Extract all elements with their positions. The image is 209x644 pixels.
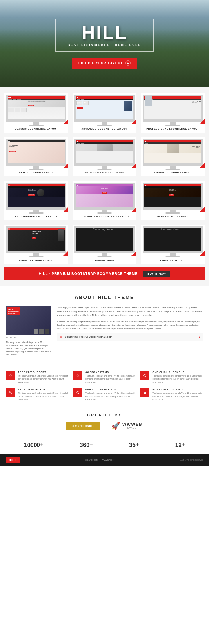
feature-support-title: FREE 24/7 SUPPORT: [18, 371, 69, 373]
feature-awesome-text: The tough, compact and simple Verte 15 i…: [85, 375, 136, 384]
layout-item-auto[interactable]: AUTO SPARES SHOP LAYOUT: [73, 137, 136, 176]
stat-number-3: 12+: [175, 442, 185, 448]
feature-clients-content: 99.9% HAPPY CLIENTS The tough, compact a…: [152, 388, 203, 401]
contact-row[interactable]: ✉ Contact Us Freely: Support@mail.com ›: [57, 333, 203, 341]
feature-delivery-content: INDEPEDEND DELIVERY The tough, compact a…: [85, 388, 136, 401]
feature-awesome-content: AWESOME ITEMS The tough, compact and sim…: [85, 371, 136, 384]
layout-item-parallax[interactable]: GET YOUR BEST ITEM EVER SHOP PARALLAX SH…: [4, 225, 68, 264]
layout-label-classic: CLASSIC ECOMMERCE LAYOUT: [15, 128, 58, 130]
layout-label-auto: AUTO SPARES SHOP LAYOUT: [84, 171, 125, 174]
layout-label-clothes: CLOTHES SHOP LAYOUT: [19, 171, 53, 174]
screen-perfume: TRY TO GET YOUR BEST ITEM SHOP: [76, 184, 133, 207]
feature-register-text: The tough, compact and simple Verte 15 i…: [18, 392, 69, 401]
screen-advanced: DISCOUNT SKI PACKAGES BUY NOW: [76, 96, 133, 119]
layout-label-soon1: COMMING SOON...: [92, 259, 117, 262]
stat-number-1: 360+: [80, 442, 93, 448]
stat-value-2: 35+: [129, 442, 139, 448]
stat-value-0: 10000+: [24, 442, 43, 448]
feature-delivery-text: The tough, compact and simple Verte 15 i…: [85, 392, 136, 401]
layouts-section: TRY TO GET YOUR BEST ITEM SHOP NOW CLASS…: [0, 87, 209, 286]
arrow-icon: ▶: [125, 60, 131, 66]
rocket-icon: 🚀: [111, 422, 120, 430]
feature-checkout-text: The tough, compact and simple Verte 15 i…: [152, 375, 203, 384]
delivery-icon: ⊕: [76, 390, 80, 395]
layout-item-classic[interactable]: TRY TO GET YOUR BEST ITEM SHOP NOW CLASS…: [4, 93, 68, 133]
layout-item-soon1: Comming Soon.... COMMING SOON...: [73, 225, 136, 264]
feature-register-content: EASY TO REGISTER The tough, compact and …: [18, 388, 69, 401]
screen-soon1: Comming Soon....: [76, 228, 133, 251]
hero-subtitle: BEST ECOMMERCE THEME EVER: [68, 43, 142, 47]
layout-item-professional[interactable]: DISCOUNT SKI PACKAGES PROFESSIONAL ECOMM…: [141, 93, 205, 133]
footer-logo: HILL: [6, 457, 20, 463]
features-grid: ♡ FREE 24/7 SUPPORT The tough, compact a…: [6, 371, 203, 401]
feature-checkout-title: ONE CLICK CHECKOUT: [152, 371, 203, 373]
layout-item-clothes[interactable]: GET YOUR BEST ITEM EVER SHOP NOW CLOTHES…: [4, 137, 68, 176]
about-right-column: The tough, compact and simple Verte 15 i…: [57, 306, 203, 356]
feature-item-register: ✎ EASY TO REGISTER The tough, compact an…: [6, 388, 69, 401]
layout-label-furniture: FURNITURE SHOP LAYOUT: [154, 171, 191, 174]
screen-restaurant: TRY TO GET YOUR BEST ITEM ORDER: [144, 184, 201, 207]
layout-label-professional: PROFESSIONAL ECOMMERCE LAYOUT: [146, 128, 199, 130]
layout-item-advanced[interactable]: DISCOUNT SKI PACKAGES BUY NOW: [73, 93, 136, 133]
about-title: ABOUT HILL THEME: [6, 295, 203, 300]
footer-links: smartdbsoft wwwinvader: [85, 459, 114, 461]
about-left-text: The tough, compact and simple Verte 15 i…: [6, 341, 52, 356]
about-preview-badges: [34, 329, 49, 334]
about-right-body-text: Phasellus nec sem in justo pellentesque …: [57, 320, 203, 330]
footer: HILL smartdbsoft wwwinvader 2015 © All r…: [0, 454, 209, 466]
screen-electronics: TRY TO GET YOUR BEST ITEM SHOP NOW: [8, 184, 65, 207]
choose-layout-button[interactable]: CHOOSE YOUR LAYOUT ▶: [72, 58, 137, 69]
layout-label-perfume: PERFUME AND COSMETICS LAYOUT: [80, 215, 129, 218]
feature-item-clients: ☻ 99.9% HAPPY CLIENTS The tough, compact…: [140, 388, 203, 401]
created-title: CREATED BY: [6, 413, 203, 417]
created-section: CREATED BY smartdbsoft 🚀 WWWEB INVADER: [0, 407, 209, 436]
feature-support-content: FREE 24/7 SUPPORT The tough, compact and…: [18, 371, 69, 384]
screen-classic: TRY TO GET YOUR BEST ITEM SHOP NOW: [8, 96, 65, 119]
layout-item-furniture[interactable]: AUTO OFFICECOUCH FURNITURE SHOP LAYOUT: [141, 137, 205, 176]
cart-icon: ⊙: [143, 373, 147, 378]
delivery-icon-box: ⊕: [73, 388, 82, 397]
feature-checkout-content: ONE CLICK CHECKOUT The tough, compact an…: [152, 371, 203, 384]
feature-clients-title: 99.9% HAPPY CLIENTS: [152, 388, 203, 391]
about-stats: ♥ 0 ★ 0 ✉ 5: [6, 337, 52, 339]
contact-arrow-icon: ›: [199, 334, 200, 339]
register-icon-box: ✎: [6, 388, 15, 397]
about-content: HILL Premium Boots Photoshop ♥ 0 ★ 0 ✉ 5…: [6, 306, 203, 356]
stat-item-2: 35+: [129, 442, 139, 448]
contact-text: Contact Us Freely: Support@mail.com: [65, 335, 112, 338]
checkout-icon-box: ⊙: [140, 371, 149, 380]
layout-label-parallax: PARALLAX SHOP LAYOUT: [19, 259, 54, 262]
about-preview-hill-label: HILL Premium Boots Photoshop: [7, 307, 20, 315]
footer-copyright: 2015 © All rights reserved: [180, 459, 203, 461]
stat-item-0: 10000+: [24, 442, 43, 448]
footer-link-2[interactable]: wwwinvader: [102, 459, 115, 461]
screen-professional: DISCOUNT SKI PACKAGES: [144, 96, 201, 119]
created-logos: smartdbsoft 🚀 WWWEB INVADER: [6, 422, 203, 430]
feature-support-text: The tough, compact and simple Verte 15 i…: [18, 375, 69, 384]
about-preview-image: HILL Premium Boots Photoshop: [6, 306, 51, 335]
promo-text: HILL - PREMIUM BOOTSTRAP ECOMMERCE THEME: [39, 272, 138, 276]
stat-item-1: 360+: [80, 442, 93, 448]
buy-now-button[interactable]: BUY IT NOW: [143, 271, 170, 277]
features-section: ♡ FREE 24/7 SUPPORT The tough, compact a…: [0, 365, 209, 407]
stat-comments: ✉ 5: [14, 337, 17, 339]
layout-item-electronics[interactable]: TRY TO GET YOUR BEST ITEM SHOP NOW ELECT…: [4, 181, 68, 220]
about-right-top-text: The tough, compact and simple Verte 15 i…: [57, 306, 203, 317]
choose-layout-label: CHOOSE YOUR LAYOUT: [78, 62, 123, 65]
stat-stars: ★ 0: [10, 337, 12, 339]
smartdbsoft-text: smartdbsoft: [72, 424, 94, 427]
screen-auto: [76, 140, 133, 163]
layout-item-perfume[interactable]: TRY TO GET YOUR BEST ITEM SHOP PERFUME A…: [73, 181, 136, 220]
feature-item-awesome: ☆ AWESOME ITEMS The tough, compact and s…: [73, 371, 136, 384]
layout-item-restaurant[interactable]: TRY TO GET YOUR BEST ITEM ORDER RESTAURA…: [141, 181, 205, 220]
feature-item-delivery: ⊕ INDEPEDEND DELIVERY The tough, compact…: [73, 388, 136, 401]
awesome-icon-box: ☆: [73, 371, 82, 380]
clients-icon: ☻: [143, 390, 147, 395]
screen-furniture: AUTO OFFICECOUCH: [144, 140, 201, 163]
screen-clothes: GET YOUR BEST ITEM EVER SHOP NOW: [8, 140, 65, 163]
feature-item-checkout: ⊙ ONE CLICK CHECKOUT The tough, compact …: [140, 371, 203, 384]
promo-banner: HILL - PREMIUM BOOTSTRAP ECOMMERCE THEME…: [4, 267, 205, 280]
feature-delivery-title: INDEPEDEND DELIVERY: [85, 388, 136, 391]
footer-link-1[interactable]: smartdbsoft: [85, 459, 98, 461]
hero-title: HILL: [68, 24, 142, 42]
